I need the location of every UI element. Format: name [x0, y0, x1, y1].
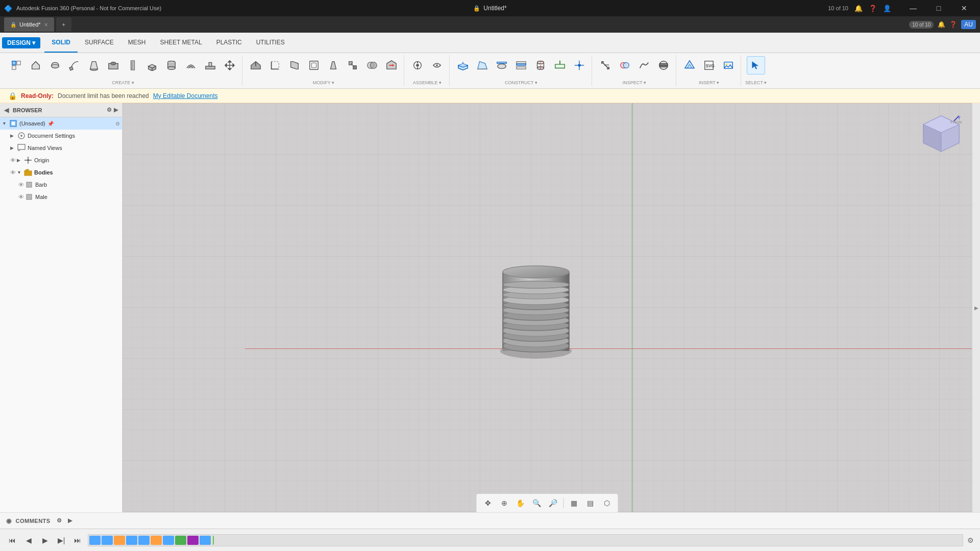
tree-item-doc-settings[interactable]: ▶ Document Settings [0, 130, 122, 142]
press-pull-button[interactable] [247, 56, 265, 74]
joint-button[interactable] [408, 56, 427, 74]
account-icon[interactable]: 👤 [883, 5, 891, 12]
timeline-item-7[interactable] [163, 536, 174, 545]
eye-icon-male[interactable]: 👁 [18, 194, 24, 200]
interference-button[interactable] [616, 56, 634, 74]
view-cube[interactable]: Y FRONT [921, 113, 962, 154]
eye-icon-origin[interactable]: 👁 [10, 157, 16, 163]
viewport[interactable]: Y FRONT [122, 103, 972, 512]
tab-help-icon[interactable]: ❓ [949, 21, 957, 28]
chamfer-button[interactable] [285, 56, 304, 74]
tab-solid[interactable]: SOLID [44, 33, 78, 53]
zebra-button[interactable] [654, 56, 673, 74]
hole-button[interactable] [104, 56, 122, 74]
comments-expand-icon[interactable]: ◉ [6, 517, 12, 524]
fillet-button[interactable] [266, 56, 284, 74]
help-icon[interactable]: ❓ [869, 5, 877, 12]
tab-surface[interactable]: SURFACE [78, 33, 121, 53]
insert-image-button[interactable] [719, 56, 738, 74]
midplane-button[interactable] [512, 56, 530, 74]
tab-close-button[interactable]: ✕ [44, 22, 48, 28]
timeline-item-8[interactable] [175, 536, 186, 545]
revolve-button[interactable] [46, 56, 64, 74]
comments-settings-icon[interactable]: ⚙ [57, 517, 62, 524]
timeline-play-button[interactable]: ▶ [39, 534, 51, 546]
timeline-next-button[interactable]: ▶| [55, 534, 67, 546]
plane-at-angle-button[interactable] [473, 56, 492, 74]
move-view-button[interactable]: ✥ [481, 496, 495, 510]
eye-icon-bodies[interactable]: 👁 [10, 169, 16, 176]
right-sidebar[interactable]: ▶ [972, 103, 980, 512]
curvature-button[interactable] [635, 56, 653, 74]
zoom-in-button[interactable]: 🔎 [546, 496, 560, 510]
tree-item-named-views[interactable]: ▶ Named Views [0, 142, 122, 154]
editable-docs-link[interactable]: My Editable Documents [153, 92, 218, 99]
replace-face-button[interactable] [382, 56, 401, 74]
scale-button[interactable] [344, 56, 362, 74]
tab-notification-icon[interactable]: 🔔 [938, 21, 945, 28]
tangent-plane-button[interactable] [493, 56, 511, 74]
insert-mesh-button[interactable] [680, 56, 699, 74]
maximize-button[interactable]: □ [927, 0, 950, 16]
timeline-item-6[interactable] [151, 536, 162, 545]
timeline-item-5[interactable] [138, 536, 150, 545]
comments-expand-right[interactable]: ▶ [68, 517, 72, 524]
draft-button[interactable] [324, 56, 342, 74]
tree-item-origin[interactable]: 👁 ▶ Origin [0, 154, 122, 166]
axis-perpendicular-button[interactable] [551, 56, 569, 74]
tree-item-unsaved[interactable]: ▼ (Unsaved) 📌 ⚙ [0, 117, 122, 130]
insert-svg-button[interactable]: SVG [700, 56, 718, 74]
document-tab[interactable]: 🔒 Untitled* ✕ [4, 17, 54, 32]
tab-mesh[interactable]: MESH [121, 33, 153, 53]
sweep-button[interactable] [65, 56, 84, 74]
timeline-item-2[interactable] [102, 536, 113, 545]
visual-style-button[interactable]: ▤ [583, 496, 598, 510]
cylinder-button[interactable] [162, 56, 181, 74]
browser-expand-icon[interactable]: ▶ [114, 107, 118, 113]
measure-button[interactable]: mm [596, 56, 615, 74]
rib-button[interactable] [201, 56, 219, 74]
thread-button[interactable] [124, 56, 142, 74]
box-button[interactable] [143, 56, 161, 74]
tree-item-barb[interactable]: 👁 Barb [0, 179, 122, 191]
timeline-settings-button[interactable]: ⚙ [967, 536, 974, 544]
motion-link-button[interactable] [428, 56, 446, 74]
tree-item-bodies[interactable]: 👁 ▼ Bodies [0, 166, 122, 179]
timeline-last-button[interactable]: ⏭ [71, 534, 84, 546]
move-button[interactable] [220, 56, 239, 74]
timeline-first-button[interactable]: ⏮ [6, 534, 18, 546]
new-tab-button[interactable]: + [56, 17, 71, 32]
tree-item-male[interactable]: 👁 Male [0, 191, 122, 203]
timeline-prev-button[interactable]: ◀ [22, 534, 35, 546]
notifications-icon[interactable]: 🔔 [854, 5, 863, 12]
timeline-item-10[interactable] [200, 536, 211, 545]
eye-icon-barb[interactable]: 👁 [18, 182, 24, 188]
point-button[interactable] [570, 56, 589, 74]
tree-settings-icon[interactable]: ⚙ [115, 121, 120, 127]
pan-button[interactable]: ✋ [513, 496, 528, 510]
loft-button[interactable] [85, 56, 103, 74]
tab-account-icon[interactable]: AU [961, 20, 976, 29]
zoom-button[interactable]: 🔍 [530, 496, 544, 510]
design-dropdown[interactable]: DESIGN ▾ [2, 37, 40, 48]
timeline-item-1[interactable] [89, 536, 101, 545]
offset-plane-button[interactable] [454, 56, 472, 74]
tab-plastic[interactable]: PLASTIC [209, 33, 249, 53]
browser-collapse-icon[interactable]: ◀ [4, 107, 9, 114]
extrude-button[interactable] [27, 56, 45, 74]
close-button[interactable]: ✕ [952, 0, 976, 16]
minimize-button[interactable]: — [901, 0, 925, 16]
environment-button[interactable]: ⬡ [600, 496, 614, 510]
new-component-button[interactable] [7, 56, 26, 74]
timeline-item-3[interactable] [114, 536, 125, 545]
axis-through-cylinder-button[interactable] [531, 56, 550, 74]
tab-sheet-metal[interactable]: SHEET METAL [153, 33, 209, 53]
tab-utilities[interactable]: UTILITIES [249, 33, 292, 53]
orbit-button[interactable]: ⊕ [497, 496, 511, 510]
combine-button[interactable] [363, 56, 381, 74]
shell-button[interactable] [305, 56, 323, 74]
browser-settings-icon[interactable]: ⚙ [107, 107, 112, 113]
timeline-item-4[interactable] [126, 536, 137, 545]
emboss-button[interactable] [182, 56, 200, 74]
select-button[interactable] [747, 56, 765, 74]
